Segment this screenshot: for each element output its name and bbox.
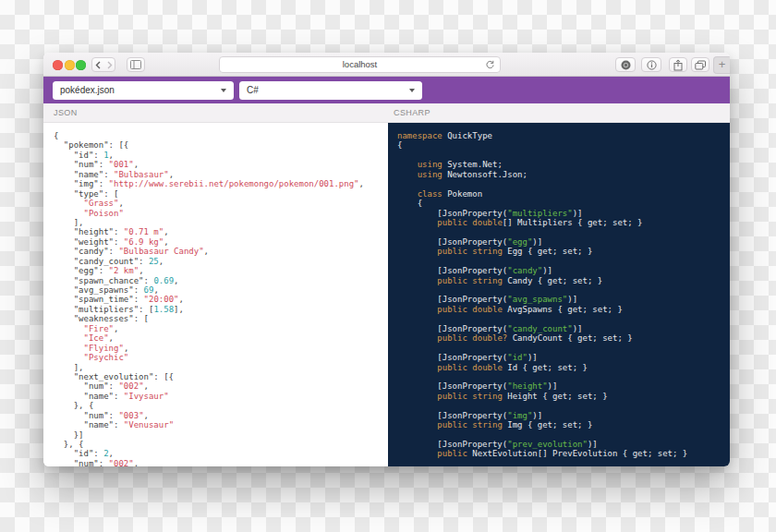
code-line bbox=[397, 257, 730, 266]
code-line: }] bbox=[54, 430, 388, 440]
json-editor[interactable]: { "pokemon": [{ "id": 1, "num": "001", "… bbox=[43, 123, 388, 466]
code-line: public double[] Multipliers { get; set; … bbox=[397, 218, 730, 227]
code-line: public NextEvolution[] PrevEvolution { g… bbox=[397, 449, 730, 458]
code-line: public double AvgSpawns { get; set; } bbox=[397, 305, 730, 314]
code-line: "num": "001", bbox=[54, 160, 388, 169]
code-line: "weight": "6.9 kg", bbox=[54, 237, 388, 247]
code-line: "name": "Ivysaur" bbox=[54, 392, 388, 401]
code-line: "num": "002", bbox=[54, 381, 388, 391]
code-line: class Pokemon bbox=[397, 189, 730, 199]
code-line: { bbox=[397, 140, 730, 150]
code-line: [JsonProperty("candy")] bbox=[397, 266, 730, 275]
chevron-left-icon bbox=[95, 61, 102, 69]
code-line: "Fire", bbox=[54, 324, 388, 333]
source-select-value: pokédex.json bbox=[60, 85, 115, 95]
tabs-icon bbox=[695, 60, 706, 70]
code-line: using Newtonsoft.Json; bbox=[397, 170, 730, 179]
sidebar-icon bbox=[130, 60, 141, 69]
code-line: "type": [ bbox=[54, 189, 388, 199]
reload-icon[interactable] bbox=[485, 60, 495, 70]
code-line bbox=[397, 285, 730, 295]
chevron-right-icon bbox=[106, 61, 113, 69]
code-line: { bbox=[397, 199, 730, 208]
extension-button[interactable] bbox=[615, 57, 636, 72]
address-bar[interactable]: localhost bbox=[219, 56, 501, 73]
code-line: "spawn_chance": 0.69, bbox=[54, 276, 388, 285]
code-line: namespace QuickType bbox=[397, 131, 730, 140]
code-line: "avg_spawns": 69, bbox=[54, 285, 388, 295]
code-line: { bbox=[54, 131, 388, 140]
csharp-pane-label: CSHARP bbox=[394, 108, 430, 117]
back-button[interactable] bbox=[92, 58, 103, 71]
code-line bbox=[397, 179, 730, 188]
code-line: ], bbox=[54, 218, 388, 227]
quicktype-toolbar: pokédex.json C# bbox=[43, 77, 730, 103]
language-select-value: C# bbox=[247, 85, 259, 95]
code-line: "num": "002", bbox=[54, 459, 388, 466]
info-button[interactable] bbox=[641, 57, 661, 72]
code-line: "img": "http://www.serebii.net/pokemongo… bbox=[54, 179, 388, 188]
code-line: [JsonProperty("candy_count")] bbox=[397, 324, 730, 333]
code-line bbox=[397, 151, 730, 160]
code-line: "pokemon": [{ bbox=[54, 140, 388, 150]
code-line: public string Candy { get; set; } bbox=[397, 276, 730, 285]
minimize-button[interactable] bbox=[65, 60, 75, 70]
code-line bbox=[397, 227, 730, 236]
code-line: "multipliers": [1.58], bbox=[54, 305, 388, 314]
transparency-checkerboard: localhost + pokédex.json bbox=[0, 0, 776, 532]
code-line: using System.Net; bbox=[397, 160, 730, 169]
code-line: "Grass", bbox=[54, 199, 388, 208]
nav-button-group bbox=[91, 57, 115, 72]
code-line: [JsonProperty("avg_spawns")] bbox=[397, 295, 730, 304]
close-button[interactable] bbox=[53, 60, 63, 70]
editor-split: { "pokemon": [{ "id": 1, "num": "001", "… bbox=[43, 123, 730, 466]
share-icon bbox=[673, 59, 684, 71]
share-button[interactable] bbox=[669, 57, 687, 72]
code-line: [JsonProperty("height")] bbox=[397, 381, 730, 391]
chevron-down-icon bbox=[221, 89, 226, 92]
code-line: "height": "0.71 m", bbox=[54, 227, 388, 236]
language-select[interactable]: C# bbox=[239, 81, 422, 100]
code-line: "id": 2, bbox=[54, 449, 388, 458]
json-pane-label: JSON bbox=[54, 108, 78, 117]
code-line: "name": "Bulbasaur", bbox=[54, 170, 388, 179]
code-line: [JsonProperty("img")] bbox=[397, 411, 730, 420]
tabs-overview-button[interactable] bbox=[691, 57, 709, 72]
info-icon bbox=[647, 60, 657, 70]
code-line: "weaknesses": [ bbox=[54, 314, 388, 323]
code-line: [JsonProperty("prev_evolution")] bbox=[397, 440, 730, 449]
code-line: }, { bbox=[54, 401, 388, 410]
code-line: public string Img { get; set; } bbox=[397, 420, 730, 429]
code-line: "id": 1, bbox=[54, 151, 388, 160]
fullscreen-button[interactable] bbox=[76, 60, 86, 70]
forward-button[interactable] bbox=[103, 58, 115, 71]
code-line bbox=[397, 314, 730, 323]
source-select[interactable]: pokédex.json bbox=[53, 81, 234, 100]
browser-window: localhost + pokédex.json bbox=[43, 53, 730, 466]
code-line: [JsonProperty("id")] bbox=[397, 353, 730, 362]
code-line: "next_evolution": [{ bbox=[54, 372, 388, 381]
code-line: "candy": "Bulbasaur Candy", bbox=[54, 247, 388, 256]
extension-icon bbox=[621, 60, 631, 70]
code-line bbox=[397, 372, 730, 381]
pane-header-strip: JSON CSHARP bbox=[43, 103, 730, 123]
code-line: public double? CandyCount { get; set; } bbox=[397, 333, 730, 343]
url-text: localhost bbox=[220, 57, 500, 72]
code-line: [JsonProperty("multipliers")] bbox=[397, 209, 730, 218]
code-line: public string Height { get; set; } bbox=[397, 392, 730, 401]
code-line: "egg": "2 km", bbox=[54, 266, 388, 275]
browser-titlebar: localhost + bbox=[43, 53, 730, 77]
sidebar-toggle-button[interactable] bbox=[127, 57, 145, 72]
code-line: }, { bbox=[54, 440, 388, 449]
code-line bbox=[397, 401, 730, 410]
code-line bbox=[397, 430, 730, 440]
code-line: "spawn_time": "20:00", bbox=[54, 295, 388, 304]
csharp-code: namespace QuickType{ using System.Net; u… bbox=[388, 123, 730, 459]
new-tab-button[interactable]: + bbox=[713, 56, 730, 74]
chevron-down-icon bbox=[409, 89, 415, 92]
code-line bbox=[397, 344, 730, 353]
code-line: "Poison" bbox=[54, 209, 388, 218]
code-line: public double Id { get; set; } bbox=[397, 363, 730, 372]
code-line: "Psychic" bbox=[54, 353, 388, 362]
csharp-output[interactable]: namespace QuickType{ using System.Net; u… bbox=[388, 123, 730, 466]
